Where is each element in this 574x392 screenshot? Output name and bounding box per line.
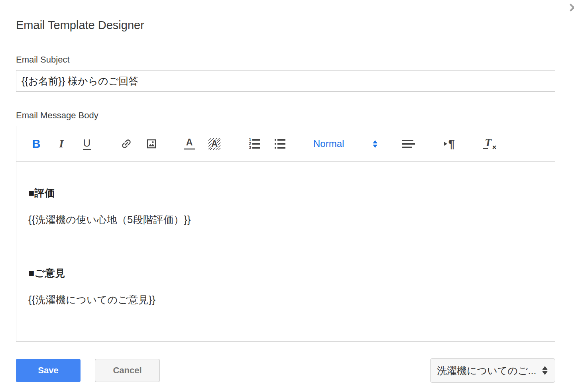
italic-icon: I — [59, 137, 64, 150]
image-icon — [145, 138, 157, 150]
email-subject-input[interactable] — [16, 70, 555, 92]
clear-formatting-icon: T × — [483, 137, 495, 150]
bold-button[interactable]: B — [30, 137, 42, 151]
editor-toolbar: B I U A — [16, 126, 555, 162]
email-message-body-label: Email Message Body — [16, 110, 555, 121]
insert-link-button[interactable] — [120, 137, 132, 151]
dialog-footer: Save Cancel 洗濯機についてのご... — [16, 358, 555, 383]
template-question-selector[interactable]: 洗濯機についてのご... — [430, 358, 555, 383]
background-color-icon: A — [208, 138, 220, 150]
question-selector-arrows-icon — [542, 366, 548, 375]
text-direction-button[interactable]: ¶ — [443, 137, 455, 151]
ordered-list-icon: 1 2 3 — [247, 139, 260, 149]
text-color-button[interactable]: A — [183, 137, 195, 151]
bullet-list-icon — [273, 139, 285, 149]
email-template-designer-dialog: Email Template Designer Email Subject Em… — [0, 18, 574, 383]
underline-button[interactable]: U — [81, 137, 93, 151]
italic-button[interactable]: I — [55, 137, 67, 151]
editor-paragraph: {{洗濯機についてのご意見}} — [28, 293, 543, 306]
format-dropdown-arrows-icon — [373, 140, 377, 148]
align-icon — [402, 140, 415, 148]
text-color-icon: A — [184, 138, 195, 150]
rich-text-editor: B I U A — [16, 126, 555, 342]
email-subject-label: Email Subject — [16, 55, 555, 65]
email-body-editor-area[interactable]: ■評価 {{洗濯機の使い心地（5段階評価）}} ■ご意見 {{洗濯機についてのご… — [16, 162, 555, 341]
editor-paragraph: ■ご意見 — [28, 266, 543, 280]
close-icon[interactable] — [568, 2, 574, 13]
insert-image-button[interactable] — [145, 137, 157, 151]
question-selector-value: 洗濯機についてのご... — [437, 364, 536, 377]
bold-icon: B — [32, 137, 41, 151]
text-direction-icon: ¶ — [444, 138, 455, 150]
ordered-list-button[interactable]: 1 2 3 — [248, 137, 259, 151]
clear-formatting-button[interactable]: T × — [483, 137, 495, 151]
save-button[interactable]: Save — [16, 359, 81, 382]
editor-paragraph — [28, 239, 543, 253]
bullet-list-button[interactable] — [273, 137, 285, 151]
link-icon — [118, 135, 135, 152]
paragraph-format-dropdown[interactable]: Normal — [313, 138, 377, 149]
dialog-title: Email Template Designer — [16, 18, 555, 32]
editor-paragraph: ■評価 — [28, 186, 543, 200]
format-selected-value: Normal — [313, 138, 344, 149]
background-color-button[interactable]: A — [208, 137, 220, 151]
editor-paragraph: {{洗濯機の使い心地（5段階評価）}} — [28, 213, 543, 226]
cancel-button[interactable]: Cancel — [95, 359, 160, 382]
underline-icon: U — [83, 138, 91, 150]
text-align-button[interactable] — [403, 137, 415, 151]
